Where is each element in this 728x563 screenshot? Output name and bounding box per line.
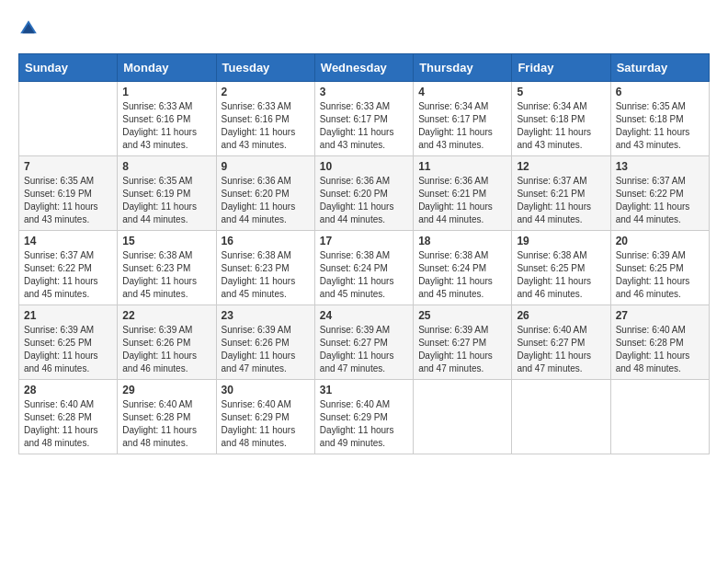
- calendar-cell: 22Sunrise: 6:39 AMSunset: 6:26 PMDayligh…: [118, 305, 216, 380]
- logo: [18, 18, 42, 39]
- day-number: 16: [222, 235, 310, 247]
- cell-details: Sunrise: 6:36 AMSunset: 6:20 PMDaylight:…: [320, 175, 408, 226]
- calendar-cell: 11Sunrise: 6:36 AMSunset: 6:21 PMDayligh…: [414, 156, 512, 231]
- day-number: 23: [222, 309, 310, 322]
- day-number: 5: [517, 86, 605, 98]
- calendar-table: SundayMondayTuesdayWednesdayThursdayFrid…: [18, 53, 710, 454]
- calendar-cell: 26Sunrise: 6:40 AMSunset: 6:27 PMDayligh…: [512, 305, 610, 380]
- calendar-cell: 2Sunrise: 6:33 AMSunset: 6:16 PMDaylight…: [216, 82, 314, 156]
- day-number: 31: [320, 384, 408, 396]
- cell-details: Sunrise: 6:39 AMSunset: 6:25 PMDaylight:…: [24, 324, 112, 375]
- cell-details: Sunrise: 6:40 AMSunset: 6:29 PMDaylight:…: [222, 398, 310, 450]
- cell-details: Sunrise: 6:36 AMSunset: 6:21 PMDaylight:…: [418, 175, 506, 226]
- day-number: 24: [320, 309, 408, 322]
- cell-details: Sunrise: 6:37 AMSunset: 6:21 PMDaylight:…: [517, 175, 605, 226]
- day-number: 22: [122, 309, 210, 322]
- calendar-cell: 20Sunrise: 6:39 AMSunset: 6:25 PMDayligh…: [610, 231, 709, 305]
- calendar-cell: 15Sunrise: 6:38 AMSunset: 6:23 PMDayligh…: [118, 231, 216, 305]
- day-number: 25: [418, 309, 506, 322]
- day-number: 29: [122, 384, 210, 396]
- calendar-cell: 28Sunrise: 6:40 AMSunset: 6:28 PMDayligh…: [19, 380, 118, 454]
- cell-details: Sunrise: 6:38 AMSunset: 6:25 PMDaylight:…: [517, 249, 605, 301]
- day-number: 17: [320, 235, 408, 247]
- calendar-cell: 6Sunrise: 6:35 AMSunset: 6:18 PMDaylight…: [610, 82, 709, 156]
- day-number: 27: [616, 309, 704, 322]
- calendar-cell: 7Sunrise: 6:35 AMSunset: 6:19 PMDaylight…: [19, 156, 118, 231]
- day-number: 9: [222, 160, 310, 173]
- cell-details: Sunrise: 6:34 AMSunset: 6:17 PMDaylight:…: [418, 100, 506, 152]
- cell-details: Sunrise: 6:40 AMSunset: 6:28 PMDaylight:…: [122, 398, 210, 450]
- weekday-header-sunday: Sunday: [19, 54, 118, 82]
- day-number: 20: [616, 235, 704, 247]
- cell-details: Sunrise: 6:36 AMSunset: 6:20 PMDaylight:…: [222, 175, 310, 226]
- cell-details: Sunrise: 6:33 AMSunset: 6:17 PMDaylight:…: [320, 100, 408, 152]
- day-number: 14: [24, 235, 112, 247]
- weekday-header-friday: Friday: [512, 54, 610, 82]
- calendar-cell: 23Sunrise: 6:39 AMSunset: 6:26 PMDayligh…: [216, 305, 314, 380]
- calendar-cell: 5Sunrise: 6:34 AMSunset: 6:18 PMDaylight…: [512, 82, 610, 156]
- cell-details: Sunrise: 6:37 AMSunset: 6:22 PMDaylight:…: [24, 249, 112, 301]
- calendar-cell: [610, 380, 709, 454]
- calendar-cell: 21Sunrise: 6:39 AMSunset: 6:25 PMDayligh…: [19, 305, 118, 380]
- cell-details: Sunrise: 6:40 AMSunset: 6:29 PMDaylight:…: [320, 398, 408, 450]
- calendar-cell: 19Sunrise: 6:38 AMSunset: 6:25 PMDayligh…: [512, 231, 610, 305]
- page-header: [18, 18, 710, 39]
- cell-details: Sunrise: 6:35 AMSunset: 6:19 PMDaylight:…: [24, 175, 112, 226]
- calendar-cell: 30Sunrise: 6:40 AMSunset: 6:29 PMDayligh…: [216, 380, 314, 454]
- calendar-week-row: 28Sunrise: 6:40 AMSunset: 6:28 PMDayligh…: [19, 380, 710, 454]
- calendar-cell: 13Sunrise: 6:37 AMSunset: 6:22 PMDayligh…: [610, 156, 709, 231]
- day-number: 1: [122, 86, 210, 98]
- cell-details: Sunrise: 6:39 AMSunset: 6:26 PMDaylight:…: [222, 324, 310, 375]
- calendar-cell: 12Sunrise: 6:37 AMSunset: 6:21 PMDayligh…: [512, 156, 610, 231]
- day-number: 2: [222, 86, 310, 98]
- day-number: 6: [616, 86, 704, 98]
- logo-icon: [18, 18, 39, 39]
- calendar-week-row: 21Sunrise: 6:39 AMSunset: 6:25 PMDayligh…: [19, 305, 710, 380]
- calendar-cell: 29Sunrise: 6:40 AMSunset: 6:28 PMDayligh…: [118, 380, 216, 454]
- day-number: 8: [122, 160, 210, 173]
- cell-details: Sunrise: 6:39 AMSunset: 6:27 PMDaylight:…: [320, 324, 408, 375]
- day-number: 11: [418, 160, 506, 173]
- calendar-cell: 16Sunrise: 6:38 AMSunset: 6:23 PMDayligh…: [216, 231, 314, 305]
- cell-details: Sunrise: 6:35 AMSunset: 6:18 PMDaylight:…: [616, 100, 704, 152]
- day-number: 15: [122, 235, 210, 247]
- weekday-header-wednesday: Wednesday: [314, 54, 413, 82]
- calendar-cell: 14Sunrise: 6:37 AMSunset: 6:22 PMDayligh…: [19, 231, 118, 305]
- calendar-cell: 27Sunrise: 6:40 AMSunset: 6:28 PMDayligh…: [610, 305, 709, 380]
- weekday-header-saturday: Saturday: [610, 54, 709, 82]
- cell-details: Sunrise: 6:40 AMSunset: 6:28 PMDaylight:…: [24, 398, 112, 450]
- calendar-week-row: 7Sunrise: 6:35 AMSunset: 6:19 PMDaylight…: [19, 156, 710, 231]
- calendar-cell: [414, 380, 512, 454]
- cell-details: Sunrise: 6:38 AMSunset: 6:23 PMDaylight:…: [122, 249, 210, 301]
- cell-details: Sunrise: 6:40 AMSunset: 6:28 PMDaylight:…: [616, 324, 704, 375]
- weekday-header-tuesday: Tuesday: [216, 54, 314, 82]
- day-number: 3: [320, 86, 408, 98]
- day-number: 21: [24, 309, 112, 322]
- weekday-header-thursday: Thursday: [414, 54, 512, 82]
- calendar-week-row: 14Sunrise: 6:37 AMSunset: 6:22 PMDayligh…: [19, 231, 710, 305]
- day-number: 12: [517, 160, 605, 173]
- cell-details: Sunrise: 6:38 AMSunset: 6:23 PMDaylight:…: [222, 249, 310, 301]
- calendar-cell: 17Sunrise: 6:38 AMSunset: 6:24 PMDayligh…: [314, 231, 413, 305]
- cell-details: Sunrise: 6:39 AMSunset: 6:26 PMDaylight:…: [122, 324, 210, 375]
- day-number: 4: [418, 86, 506, 98]
- calendar-cell: 18Sunrise: 6:38 AMSunset: 6:24 PMDayligh…: [414, 231, 512, 305]
- calendar-cell: 8Sunrise: 6:35 AMSunset: 6:19 PMDaylight…: [118, 156, 216, 231]
- day-number: 18: [418, 235, 506, 247]
- day-number: 13: [616, 160, 704, 173]
- calendar-cell: 3Sunrise: 6:33 AMSunset: 6:17 PMDaylight…: [314, 82, 413, 156]
- calendar-cell: 24Sunrise: 6:39 AMSunset: 6:27 PMDayligh…: [314, 305, 413, 380]
- cell-details: Sunrise: 6:35 AMSunset: 6:19 PMDaylight:…: [122, 175, 210, 226]
- cell-details: Sunrise: 6:38 AMSunset: 6:24 PMDaylight:…: [418, 249, 506, 301]
- calendar-cell: 9Sunrise: 6:36 AMSunset: 6:20 PMDaylight…: [216, 156, 314, 231]
- day-number: 10: [320, 160, 408, 173]
- day-number: 26: [517, 309, 605, 322]
- calendar-week-row: 1Sunrise: 6:33 AMSunset: 6:16 PMDaylight…: [19, 82, 710, 156]
- cell-details: Sunrise: 6:33 AMSunset: 6:16 PMDaylight:…: [222, 100, 310, 152]
- calendar-cell: 31Sunrise: 6:40 AMSunset: 6:29 PMDayligh…: [314, 380, 413, 454]
- calendar-cell: 10Sunrise: 6:36 AMSunset: 6:20 PMDayligh…: [314, 156, 413, 231]
- calendar-cell: 4Sunrise: 6:34 AMSunset: 6:17 PMDaylight…: [414, 82, 512, 156]
- cell-details: Sunrise: 6:37 AMSunset: 6:22 PMDaylight:…: [616, 175, 704, 226]
- cell-details: Sunrise: 6:39 AMSunset: 6:27 PMDaylight:…: [418, 324, 506, 375]
- cell-details: Sunrise: 6:34 AMSunset: 6:18 PMDaylight:…: [517, 100, 605, 152]
